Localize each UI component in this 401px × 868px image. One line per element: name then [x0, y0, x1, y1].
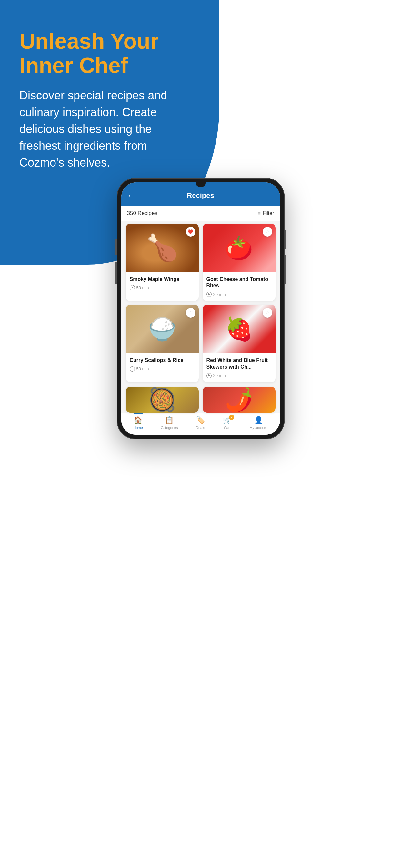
- recipe-grid: ❤️ Smoky Maple Wings 50 min ♡: [121, 221, 280, 387]
- partial-image-left: [126, 387, 199, 412]
- recipe-image-container-1: ❤️: [126, 224, 199, 272]
- recipe-image-container-4: ♡: [203, 305, 275, 353]
- time-label-2: 20 min: [213, 292, 226, 297]
- favorite-button-1[interactable]: ❤️: [186, 227, 196, 237]
- nav-label-home: Home: [133, 426, 143, 430]
- home-icon: 🏠: [134, 416, 142, 425]
- nav-item-cart[interactable]: 🛒 2 Cart: [223, 416, 232, 430]
- deals-icon: 🏷️: [196, 416, 205, 425]
- recipe-name-3: Curry Scallops & Rice: [130, 357, 195, 364]
- recipe-time-2: 20 min: [206, 292, 272, 297]
- recipe-info-3: Curry Scallops & Rice 50 min: [126, 353, 199, 375]
- clock-icon-3: [130, 366, 135, 372]
- account-icon: 👤: [254, 416, 263, 425]
- time-label-1: 50 min: [136, 285, 149, 290]
- recipe-card-2[interactable]: ♡ Goat Cheese and Tomato Bites 20 min: [203, 224, 275, 301]
- recipe-card-4[interactable]: ♡ Red White and Blue Fruit Skewers with …: [203, 305, 275, 382]
- time-label-4: 20 min: [213, 373, 226, 378]
- recipe-info-4: Red White and Blue Fruit Skewers with Ch…: [203, 353, 275, 382]
- favorite-button-2[interactable]: ♡: [263, 227, 272, 237]
- hero-section: Unleash Your Inner Chef Discover special…: [0, 0, 200, 184]
- clock-icon-1: [130, 285, 135, 290]
- nav-label-deals: Deals: [196, 426, 205, 430]
- recipe-image-container-2: ♡: [203, 224, 275, 272]
- back-button[interactable]: ←: [127, 191, 135, 200]
- recipe-image-container-3: ♡: [126, 305, 199, 353]
- partial-food-left: [126, 387, 199, 412]
- filter-button[interactable]: ≡ Filter: [258, 211, 274, 216]
- recipe-time-4: 20 min: [206, 373, 272, 378]
- nav-label-categories: Categories: [161, 426, 178, 430]
- recipe-name-2: Goat Cheese and Tomato Bites: [206, 276, 272, 289]
- partial-food-right: [203, 387, 275, 412]
- phone-screen: ← Recipes 350 Recipes ≡ Filter ❤️: [121, 182, 280, 435]
- favorite-button-3[interactable]: ♡: [186, 308, 196, 318]
- nav-label-cart: Cart: [224, 426, 231, 430]
- recipe-info-2: Goat Cheese and Tomato Bites 20 min: [203, 272, 275, 301]
- clock-icon-2: [206, 292, 212, 297]
- nav-item-categories[interactable]: 📋 Categories: [161, 416, 178, 430]
- header-title: Recipes: [187, 191, 214, 200]
- recipe-name-4: Red White and Blue Fruit Skewers with Ch…: [206, 357, 272, 371]
- bottom-navigation: 🏠 Home 📋 Categories 🏷️ Deals 🛒 2: [121, 412, 280, 435]
- hero-title: Unleash Your Inner Chef: [19, 29, 181, 78]
- cart-badge: 2: [229, 415, 234, 420]
- clock-icon-4: [206, 373, 212, 378]
- recipe-card-1[interactable]: ❤️ Smoky Maple Wings 50 min: [126, 224, 199, 301]
- nav-item-deals[interactable]: 🏷️ Deals: [196, 416, 205, 430]
- partial-card-left[interactable]: [126, 387, 199, 412]
- volume-button-1: [115, 239, 117, 255]
- recipe-info-1: Smoky Maple Wings 50 min: [126, 272, 199, 294]
- nav-item-account[interactable]: 👤 My account: [249, 416, 267, 430]
- phone-body: ← Recipes 350 Recipes ≡ Filter ❤️: [117, 178, 285, 439]
- nav-item-home[interactable]: 🏠 Home: [133, 416, 143, 430]
- filter-icon: ≡: [258, 211, 261, 216]
- partial-recipe-row: [121, 387, 280, 412]
- recipes-count: 350 Recipes: [127, 210, 158, 217]
- active-bar-home: [134, 413, 143, 414]
- recipe-name-1: Smoky Maple Wings: [130, 276, 195, 283]
- volume-button-2: [115, 262, 117, 284]
- phone-mockup: ← Recipes 350 Recipes ≡ Filter ❤️: [0, 178, 401, 439]
- recipes-bar: 350 Recipes ≡ Filter: [121, 206, 280, 221]
- recipe-time-1: 50 min: [130, 285, 195, 290]
- nav-label-account: My account: [249, 426, 267, 430]
- time-label-3: 50 min: [136, 366, 149, 371]
- partial-card-right[interactable]: [203, 387, 275, 412]
- hero-subtitle: Discover special recipes and culinary in…: [19, 87, 181, 172]
- filter-label: Filter: [263, 211, 274, 216]
- recipe-card-3[interactable]: ♡ Curry Scallops & Rice 50 min: [126, 305, 199, 382]
- favorite-button-4[interactable]: ♡: [263, 308, 272, 318]
- recipe-time-3: 50 min: [130, 366, 195, 372]
- categories-icon: 📋: [165, 416, 173, 425]
- cart-icon: 🛒 2: [223, 416, 232, 425]
- partial-image-right: [203, 387, 275, 412]
